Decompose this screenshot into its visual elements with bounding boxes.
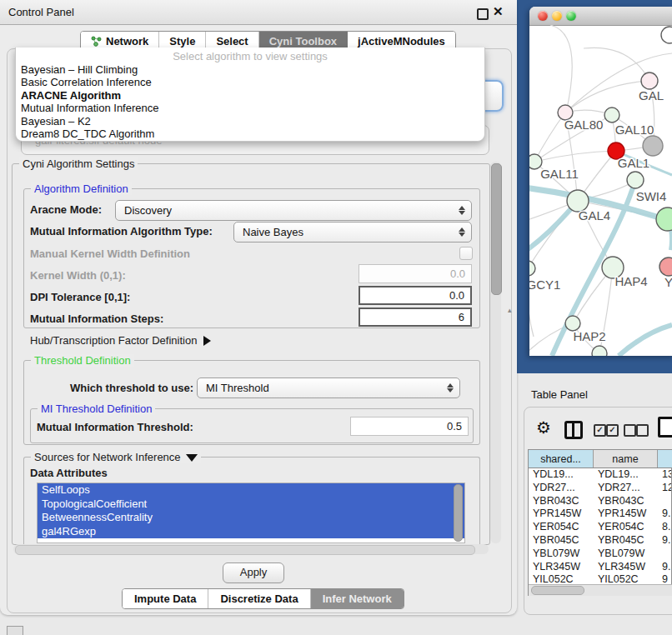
table-row[interactable]: YBR045CYBR045C9. xyxy=(529,534,671,548)
aracne-mode-label: Aracne Mode: xyxy=(30,203,102,216)
network-node-SWI4[interactable] xyxy=(627,172,644,188)
bottom-tab-impute-data[interactable]: Impute Data xyxy=(123,589,208,608)
attribute-item[interactable]: SelfLoops xyxy=(38,483,464,498)
kernel-width-label: Kernel Width (0,1): xyxy=(30,269,126,282)
table-row[interactable]: YBL079WYBL079W xyxy=(529,548,671,561)
network-node[interactable] xyxy=(643,136,663,156)
which-threshold-select[interactable]: MI Threshold xyxy=(197,378,460,398)
network-node-GAL10[interactable] xyxy=(604,108,619,122)
unchecked-box-icon[interactable] xyxy=(624,424,636,437)
node-label: GAL11 xyxy=(540,167,579,181)
network-node[interactable] xyxy=(592,346,607,356)
network-window-titlebar[interactable] xyxy=(529,7,672,26)
bottom-tab-infer-network[interactable]: Infer Network xyxy=(311,589,404,608)
manual-kernel-width-checkbox[interactable] xyxy=(459,247,473,260)
dpi-tolerance-field[interactable]: 0.0 xyxy=(359,286,472,305)
node-label: GCY1 xyxy=(529,278,560,292)
control-panel-titlebar xyxy=(0,0,517,25)
network-node-GAL[interactable] xyxy=(641,72,658,89)
table-hscrollbar-thumb[interactable] xyxy=(531,586,584,595)
algorithm-option[interactable]: ARACNE Algorithm xyxy=(16,89,484,102)
hub-definition-toggle[interactable]: Hub/Transcription Factor Definition xyxy=(30,334,211,347)
node-label: GAL10 xyxy=(615,122,654,137)
data-attributes-list[interactable]: SelfLoopsTopologicalCoefficientBetweenne… xyxy=(37,482,465,543)
dpi-tolerance-label: DPI Tolerance [0,1]: xyxy=(30,291,130,303)
unchecked-box-icon[interactable] xyxy=(636,424,649,437)
splitpane-arrow-icon[interactable]: ▴ xyxy=(508,306,512,314)
algorithm-option[interactable]: Bayesian – Hill Climbing xyxy=(16,63,484,76)
mi-threshold-field[interactable]: 0.5 xyxy=(350,417,469,436)
network-node-GCY1[interactable] xyxy=(529,261,535,276)
float-window-icon[interactable] xyxy=(477,8,489,20)
apply-button[interactable]: Apply xyxy=(223,562,284,583)
sources-toggle[interactable]: Sources for Network Inference xyxy=(31,451,201,463)
mi-steps-field[interactable]: 6 xyxy=(359,308,472,327)
minimize-traffic-light-icon[interactable] xyxy=(552,11,562,21)
algorithm-option[interactable]: Mutual Information Inference xyxy=(16,102,484,114)
node-label: SWI4 xyxy=(636,189,667,203)
algorithm-dropdown-items: Bayesian – Hill ClimbingBasic Correlatio… xyxy=(16,63,484,140)
table-row[interactable]: YDL19...YDL19...13 xyxy=(529,468,671,482)
attribute-item[interactable]: gal4RGexp xyxy=(38,525,464,539)
collapsed-arrow-icon xyxy=(203,336,211,346)
node-label: GAL80 xyxy=(564,118,604,132)
node-label: GAL4 xyxy=(579,208,610,222)
mi-steps-label: Mutual Information Steps: xyxy=(30,312,163,325)
table-row[interactable]: YDR27...YDR27...12 xyxy=(529,482,671,495)
manual-kernel-width-label: Manual Kernel Width Definition xyxy=(30,248,190,260)
table-row[interactable]: YER054CYER054C8. xyxy=(529,521,671,534)
checked-box-icon[interactable]: ✓ xyxy=(594,424,606,437)
kernel-width-field[interactable]: 0.0 xyxy=(359,264,472,283)
settings-hscrollbar-thumb[interactable] xyxy=(15,545,475,555)
table-header-row[interactable]: shared...name xyxy=(529,450,671,468)
column-header[interactable]: shared... xyxy=(529,450,594,468)
node-table: shared...name YDL19...YDL19...13YDR27...… xyxy=(528,449,672,596)
bottom-tab-discretize-data[interactable]: Discretize Data xyxy=(208,589,310,608)
gear-icon[interactable]: ⚙ xyxy=(536,418,551,438)
checked-box-icon[interactable]: ✓ xyxy=(606,424,619,437)
network-node[interactable] xyxy=(661,27,672,43)
mi-algorithm-type-select[interactable]: Naive Bayes xyxy=(233,222,472,242)
bottom-tabs: Impute DataDiscretize DataInfer Network xyxy=(122,588,404,609)
column-header[interactable] xyxy=(658,450,672,468)
algorithm-dropdown: Select algorithm to view settings Bayesi… xyxy=(15,48,485,142)
algorithm-dropdown-placeholder: Select algorithm to view settings xyxy=(16,48,484,63)
attribute-item[interactable]: TopologicalCoefficient xyxy=(38,498,464,512)
which-threshold-label: Which threshold to use: xyxy=(70,382,193,394)
control-panel-title: Control Panel xyxy=(8,6,74,18)
node-label: HAP2 xyxy=(573,329,605,343)
table-row[interactable]: YPR145WYPR145W9. xyxy=(529,508,671,521)
attribute-item[interactable]: BetweennessCentrality xyxy=(38,511,464,525)
document-icon[interactable] xyxy=(658,417,672,438)
data-attributes-label: Data Attributes xyxy=(30,467,108,479)
cyni-algorithm-settings-title: Cyni Algorithm Settings xyxy=(19,158,138,170)
table-row[interactable]: YBR043CYBR043C xyxy=(529,495,671,508)
split-columns-icon[interactable] xyxy=(564,421,583,439)
close-icon[interactable]: ✕ xyxy=(493,4,504,19)
spinner-arrows-icon xyxy=(455,228,469,237)
algorithm-option[interactable]: Dream8 DC_TDC Algorithm xyxy=(16,128,484,140)
threshold-definition-title: Threshold Definition xyxy=(31,354,134,367)
minimized-panel-fragment[interactable] xyxy=(7,626,23,635)
node-label: HAP4 xyxy=(614,274,647,288)
zoom-traffic-light-icon[interactable] xyxy=(566,11,576,21)
network-node-Y[interactable] xyxy=(659,258,672,276)
aracne-mode-select[interactable]: Discovery xyxy=(115,200,472,221)
table-panel-title: Table Panel xyxy=(531,388,588,401)
spinner-arrows-icon xyxy=(444,383,457,392)
algorithm-option[interactable]: Basic Correlation Inference xyxy=(16,76,484,88)
network-graph[interactable]: GALGAL80GAL10GAL1GAL11SWI4GAL4GCY1HAP4YH… xyxy=(529,25,672,356)
algorithm-option[interactable]: Bayesian – K2 xyxy=(16,115,484,128)
close-traffic-light-icon[interactable] xyxy=(538,11,548,21)
settings-vscrollbar-thumb[interactable] xyxy=(491,163,502,295)
node-label: GAL xyxy=(639,88,664,102)
algorithm-definition-title: Algorithm Definition xyxy=(31,182,132,195)
attributes-list-scrollbar-thumb[interactable] xyxy=(454,484,463,542)
mi-algorithm-type-label: Mutual Information Algorithm Type: xyxy=(30,225,213,238)
node-label: GAL1 xyxy=(618,156,649,170)
network-node[interactable] xyxy=(656,208,672,231)
column-header[interactable]: name xyxy=(594,450,658,468)
table-row[interactable]: YLR345WYLR345W9. xyxy=(529,561,671,574)
expanded-arrow-icon xyxy=(186,454,198,462)
network-icon xyxy=(91,36,102,47)
